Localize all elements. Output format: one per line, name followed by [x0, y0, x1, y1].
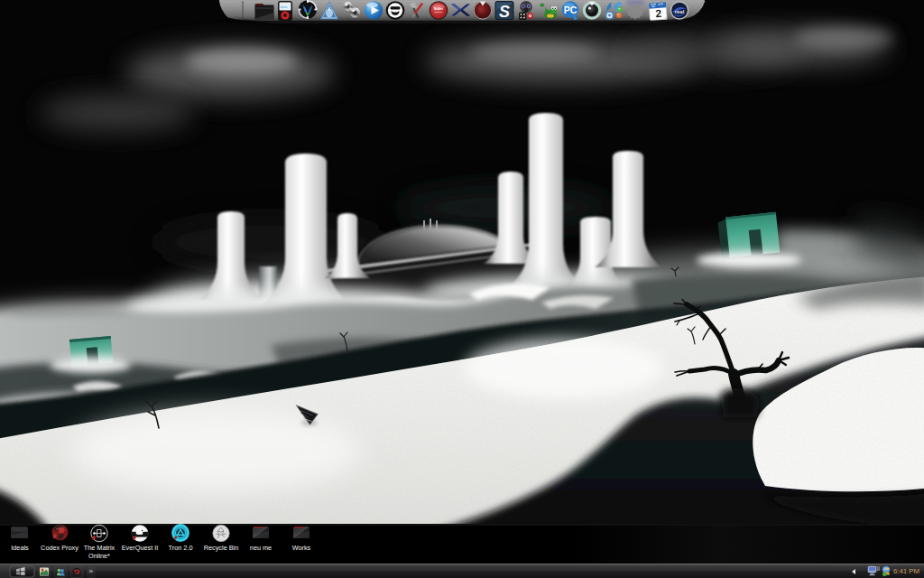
svg-text:Ideals: Ideals — [11, 544, 29, 552]
svg-text:EverQuest II: EverQuest II — [122, 544, 159, 552]
svg-text:)): )) — [877, 565, 881, 571]
svg-text:Works: Works — [292, 544, 311, 552]
svg-text:2: 2 — [655, 7, 662, 20]
svg-text:PC: PC — [564, 5, 578, 15]
svg-text:neu me: neu me — [250, 544, 272, 552]
svg-text:Tron 2.0: Tron 2.0 — [169, 544, 193, 552]
svg-text:McAfee: McAfee — [434, 7, 443, 11]
svg-text:real: real — [675, 9, 685, 14]
svg-text:The Matrix: The Matrix — [84, 544, 116, 552]
svg-text:Online*: Online* — [88, 552, 110, 560]
svg-text:Codex Proxy: Codex Proxy — [41, 544, 79, 552]
svg-text:6:41 PM: 6:41 PM — [893, 567, 919, 575]
svg-text:Recycle Bin: Recycle Bin — [204, 544, 239, 552]
svg-text:S: S — [499, 3, 510, 21]
svg-text:»: » — [89, 567, 94, 575]
